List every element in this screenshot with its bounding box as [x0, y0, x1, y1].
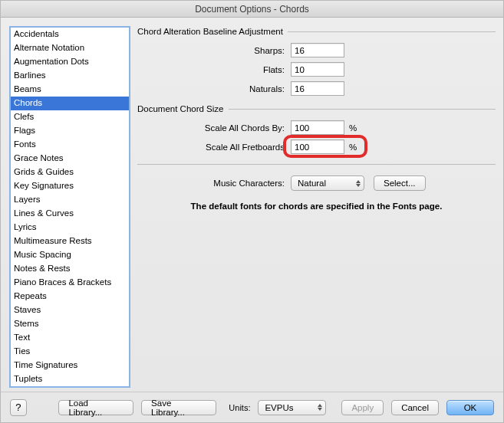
- group-baseline: Chord Alteration Baseline Adjustment: [137, 27, 496, 36]
- row-sharps: Sharps:: [137, 43, 496, 57]
- pct-chords: %: [349, 123, 357, 133]
- ok-button[interactable]: OK: [446, 400, 494, 415]
- input-sharps[interactable]: [291, 43, 344, 57]
- sidebar-item[interactable]: Barlines: [11, 69, 129, 83]
- sidebar-item[interactable]: Staves: [11, 303, 129, 317]
- sidebar-item[interactable]: Fonts: [11, 138, 129, 152]
- chevron-updown-icon: [313, 404, 322, 411]
- sidebar-item[interactable]: Grace Notes: [11, 152, 129, 166]
- label-flats: Flats:: [137, 65, 291, 74]
- category-sidebar[interactable]: AccidentalsAlternate NotationAugmentatio…: [10, 27, 130, 387]
- window-title: Document Options - Chords: [1, 1, 503, 18]
- sidebar-item[interactable]: Piano Braces & Brackets: [11, 276, 129, 290]
- sidebar-item[interactable]: Notes & Rests: [11, 262, 129, 276]
- divider: [288, 31, 496, 32]
- sidebar-item[interactable]: Accidentals: [11, 28, 129, 41]
- sidebar-item[interactable]: Repeats: [11, 290, 129, 303]
- chevron-updown-icon: [351, 180, 361, 187]
- sidebar-item[interactable]: Ties: [11, 345, 129, 359]
- footer: ? Load Library... Save Library... Units:…: [1, 392, 503, 422]
- label-scale-fretboards: Scale All Fretboards: [137, 143, 291, 152]
- label-naturals: Naturals:: [137, 84, 291, 93]
- cancel-button[interactable]: Cancel: [391, 400, 439, 415]
- sidebar-item[interactable]: Flags: [11, 124, 129, 138]
- group-baseline-title: Chord Alteration Baseline Adjustment: [137, 27, 283, 36]
- save-library-button[interactable]: Save Library...: [141, 400, 216, 415]
- sidebar-item[interactable]: Text: [11, 331, 129, 345]
- label-scale-chords: Scale All Chords By:: [137, 123, 291, 133]
- sidebar-item[interactable]: Music Spacing: [11, 248, 129, 262]
- sidebar-item[interactable]: Lyrics: [11, 221, 129, 234]
- group-chordsize: Document Chord Size: [137, 104, 496, 113]
- select-music-characters-value: Natural: [298, 179, 326, 188]
- pct-fretboards: %: [349, 143, 357, 152]
- row-scale-chords: Scale All Chords By: %: [137, 120, 496, 135]
- divider: [137, 164, 496, 165]
- sidebar-item[interactable]: Chords: [11, 97, 129, 110]
- sidebar-item[interactable]: Lines & Curves: [11, 207, 129, 221]
- help-text: The default fonts for chords are specifi…: [137, 202, 496, 211]
- sidebar-item[interactable]: Tuplets: [11, 372, 129, 386]
- document-options-window: Document Options - Chords AccidentalsAlt…: [0, 0, 504, 423]
- units-label: Units:: [229, 403, 250, 412]
- input-scale-chords[interactable]: [291, 120, 344, 135]
- sidebar-item[interactable]: Layers: [11, 193, 129, 207]
- sidebar-item[interactable]: Key Signatures: [11, 179, 129, 193]
- row-scale-fretboards: Scale All Fretboards %: [137, 139, 496, 154]
- row-naturals: Naturals:: [137, 81, 496, 96]
- apply-button[interactable]: Apply: [341, 400, 384, 415]
- sidebar-item[interactable]: Augmentation Dots: [11, 55, 129, 69]
- input-scale-fretboards[interactable]: [291, 139, 344, 154]
- sidebar-item[interactable]: Stems: [11, 317, 129, 331]
- divider: [229, 109, 496, 110]
- window-body: AccidentalsAlternate NotationAugmentatio…: [1, 18, 503, 392]
- group-chordsize-title: Document Chord Size: [137, 104, 224, 113]
- select-music-characters[interactable]: Natural: [291, 175, 364, 191]
- sidebar-item[interactable]: Alternate Notation: [11, 41, 129, 55]
- row-music-characters: Music Characters: Natural Select...: [137, 175, 496, 191]
- label-music-characters: Music Characters:: [137, 179, 291, 188]
- row-flats: Flats:: [137, 62, 496, 77]
- sidebar-item[interactable]: Clefs: [11, 110, 129, 124]
- load-library-button[interactable]: Load Library...: [58, 400, 133, 415]
- sidebar-item[interactable]: Beams: [11, 83, 129, 97]
- help-button[interactable]: ?: [10, 399, 27, 416]
- units-select-value: EVPUs: [265, 403, 293, 412]
- input-naturals[interactable]: [291, 81, 344, 96]
- sidebar-item[interactable]: Time Signatures: [11, 359, 129, 372]
- select-button[interactable]: Select...: [374, 175, 426, 191]
- input-flats[interactable]: [291, 62, 344, 77]
- main-panel: Chord Alteration Baseline Adjustment Sha…: [137, 27, 496, 387]
- sidebar-item[interactable]: Grids & Guides: [11, 166, 129, 179]
- label-sharps: Sharps:: [137, 46, 291, 55]
- units-select[interactable]: EVPUs: [258, 400, 326, 415]
- sidebar-item[interactable]: Multimeasure Rests: [11, 234, 129, 248]
